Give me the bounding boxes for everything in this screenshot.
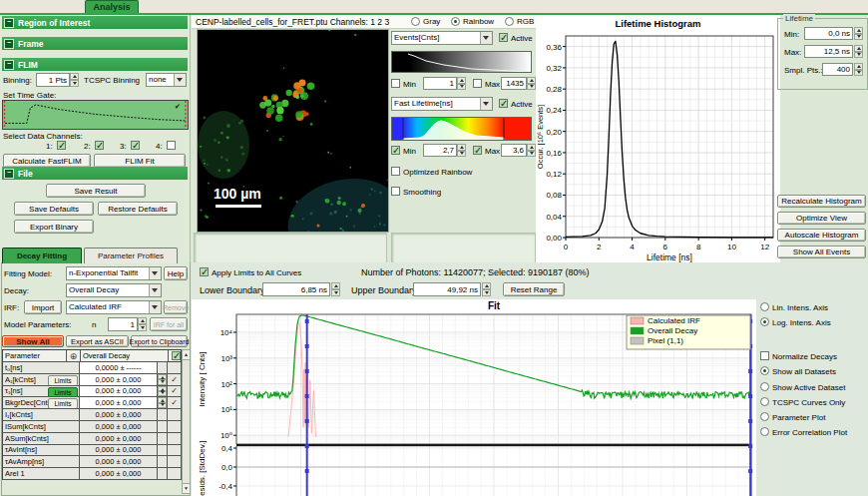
param-value-0[interactable]: 0,0000 ± ------: [80, 362, 158, 374]
collapse-icon[interactable]: −: [4, 39, 14, 49]
color-mode-radio-rainbow[interactable]: [451, 17, 460, 26]
param-value-3[interactable]: 0,000 ± 0,000: [80, 397, 158, 409]
param-fit-checkbox[interactable]: ✓: [171, 386, 178, 395]
sampling-points-input[interactable]: 400: [822, 63, 853, 76]
section-header-frame[interactable]: − Frame: [2, 37, 188, 50]
irf-dropdown[interactable]: Calculated IRF: [66, 300, 162, 314]
fit-option-show-all-datasets-radio[interactable]: [760, 366, 769, 375]
flim-image[interactable]: 100 µm: [197, 29, 389, 233]
chevron-down-icon[interactable]: [480, 32, 492, 44]
save-defaults-button[interactable]: Save Defaults: [14, 202, 94, 216]
events-max-spinner[interactable]: [527, 77, 536, 90]
chevron-down-icon[interactable]: [149, 267, 161, 279]
param-value-1[interactable]: 0,000 ± 0,000: [80, 374, 158, 386]
events-min-checkbox[interactable]: [391, 79, 400, 88]
section-header-roi[interactable]: − Region of Interest: [2, 16, 188, 29]
collapse-icon[interactable]: −: [4, 18, 14, 28]
tab-analysis[interactable]: Analysis: [85, 0, 139, 14]
fit-option-lin-intens-axis-radio[interactable]: [760, 302, 769, 311]
reset-range-button[interactable]: Reset Range: [503, 282, 565, 296]
model-parameters-input[interactable]: 1: [108, 317, 138, 331]
param-value-2[interactable]: 0,000 ± 0,000: [80, 386, 158, 398]
binning-spinner[interactable]: [70, 73, 79, 87]
color-mode-radio-gray[interactable]: [411, 17, 420, 26]
channel-1-checkbox[interactable]: [57, 141, 66, 150]
calculate-fastflim-button[interactable]: Calculate FastFLIM: [3, 154, 91, 168]
header-overall-decay[interactable]: Overall Decay: [81, 350, 169, 362]
spin-down-icon[interactable]: [158, 403, 167, 408]
events-max-checkbox[interactable]: [473, 79, 482, 88]
irf-import-button[interactable]: Import: [24, 300, 62, 314]
fit-option-show-active-dataset-radio[interactable]: [760, 382, 769, 391]
chevron-down-icon[interactable]: [149, 301, 161, 313]
chevron-down-icon[interactable]: [149, 284, 161, 296]
gray-gradient-bar[interactable]: [391, 51, 532, 73]
lifetime-min-checkbox[interactable]: [391, 146, 400, 155]
channel-3-checkbox[interactable]: [131, 141, 140, 150]
param-fit-checkbox[interactable]: ✓: [171, 375, 178, 384]
fast-lifetime-active-checkbox[interactable]: [499, 99, 508, 108]
lifetime-max-axis-spinner[interactable]: [854, 45, 863, 58]
global-fit-icon[interactable]: ⊕: [70, 351, 78, 361]
scroll-up-icon[interactable]: ▲: [183, 350, 190, 360]
lifetime-max-spinner[interactable]: [527, 144, 536, 157]
collapse-icon[interactable]: −: [4, 169, 14, 179]
chevron-down-icon[interactable]: [480, 98, 492, 110]
show-all-button[interactable]: Show All: [2, 335, 64, 347]
decay-dropdown[interactable]: Overall Decay: [66, 283, 162, 297]
upper-boundary-input[interactable]: 49,92 ns: [413, 282, 481, 296]
lifetime-histogram-plot[interactable]: 0,000,040,080,120,160,200,240,280,320,36…: [536, 15, 780, 264]
limits-button[interactable]: Limits: [48, 398, 78, 409]
header-active-checkbox[interactable]: [172, 351, 181, 360]
fast-lifetime-dropdown[interactable]: Fast Lifetime[ns]: [391, 97, 493, 111]
tcspc-binning-dropdown[interactable]: none: [146, 73, 187, 87]
tab-decay-fitting[interactable]: Decay Fitting: [2, 248, 82, 263]
show-all-events-button[interactable]: Show All Events: [777, 246, 866, 258]
export-clipboard-button[interactable]: Export to Clipboard: [131, 335, 188, 347]
export-binary-button[interactable]: Export Binary: [14, 220, 94, 234]
fit-option-normalize-decays-checkbox[interactable]: [760, 351, 769, 360]
export-ascii-button[interactable]: Export as ASCII: [66, 335, 129, 347]
apply-limits-checkbox[interactable]: [200, 267, 209, 276]
param-spinner[interactable]: [158, 386, 167, 397]
lifetime-max-input[interactable]: 3,6: [501, 144, 527, 157]
scroll-down-icon[interactable]: ▼: [183, 483, 190, 493]
param-fit-checkbox[interactable]: ✓: [171, 398, 178, 407]
time-gate-graph[interactable]: ✔: [2, 100, 189, 130]
lifetime-min-axis-spinner[interactable]: [854, 27, 863, 40]
section-header-flim[interactable]: − FLIM: [2, 58, 188, 71]
events-min-spinner[interactable]: [457, 77, 466, 90]
events-active-checkbox[interactable]: [499, 33, 508, 42]
autoscale-histogram-button[interactable]: Autoscale Histogram: [777, 229, 866, 242]
lifetime-min-spinner[interactable]: [457, 144, 466, 157]
events-min-input[interactable]: 1: [423, 77, 457, 90]
model-parameters-spinner[interactable]: [138, 317, 147, 331]
lower-boundary-input[interactable]: 6,85 ns: [262, 282, 330, 296]
recalculate-histogram-button[interactable]: Recalculate Histogram: [777, 195, 866, 208]
spin-down-icon[interactable]: [158, 379, 167, 384]
fit-option-parameter-plot-radio[interactable]: [760, 412, 769, 421]
limits-button[interactable]: Limits: [48, 387, 78, 398]
fit-option-tcspc-curves-only-radio[interactable]: [760, 397, 769, 406]
sampling-points-spinner[interactable]: [854, 63, 863, 76]
events-max-input[interactable]: 1435: [501, 77, 527, 90]
channel-2-checkbox[interactable]: [95, 141, 104, 150]
param-spinner[interactable]: [158, 397, 167, 408]
save-result-button[interactable]: Save Result: [46, 184, 146, 198]
channel-4-checkbox[interactable]: [167, 141, 176, 150]
lifetime-min-axis-input[interactable]: 0,0 ns: [804, 27, 853, 40]
section-header-file[interactable]: − File: [2, 167, 188, 180]
fit-option-log-intens-axis-radio[interactable]: [760, 317, 769, 326]
color-mode-radio-rgb[interactable]: [505, 17, 514, 26]
events-dropdown[interactable]: Events[Cnts]: [391, 31, 493, 45]
irf-remove-button[interactable]: Remove: [164, 300, 188, 314]
lifetime-max-checkbox[interactable]: [473, 146, 482, 155]
fit-plot[interactable]: 10⁴10³10²10¹10⁰0,40,0-0,4FitIntensity [ …: [192, 299, 756, 496]
chevron-down-icon[interactable]: [174, 74, 186, 86]
flim-fit-button[interactable]: FLIM Fit: [94, 154, 186, 168]
lifetime-max-axis-input[interactable]: 12,5 ns: [804, 45, 853, 58]
upper-boundary-spinner[interactable]: [482, 282, 491, 296]
smoothing-checkbox[interactable]: [391, 187, 400, 196]
optimized-rainbow-checkbox[interactable]: [391, 167, 400, 176]
fit-option-error-correlation-plot-radio[interactable]: [760, 427, 769, 436]
